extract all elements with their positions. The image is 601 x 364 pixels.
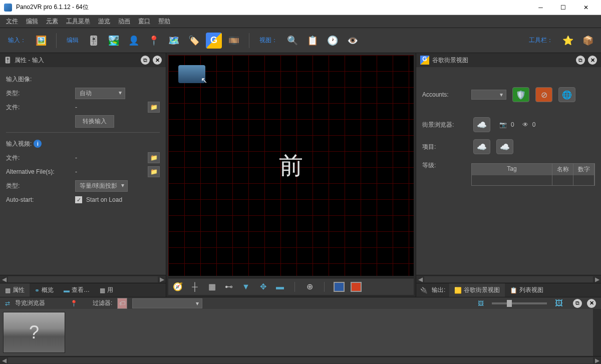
type2-label: 类型: <box>6 182 71 190</box>
menu-element[interactable]: 元素 <box>42 15 62 28</box>
color2-swatch[interactable] <box>351 282 362 292</box>
user-icon[interactable]: 👤 <box>126 33 142 49</box>
tab-overview[interactable]: ⚭概览 <box>30 283 59 297</box>
clock-icon[interactable]: 🕐 <box>325 33 341 49</box>
type2-dropdown[interactable]: 等量/球面投影 <box>75 180 128 192</box>
google-icon[interactable]: G <box>206 33 222 49</box>
main-toolbar: 输入： 🖼️ 编辑 🎚️ 🏞️ 👤 📍 🗺️ 🏷️ G 🎞️ 视图： 🔍 📋 🕐… <box>0 28 601 53</box>
file-value: - <box>75 104 144 111</box>
clipboard-icon[interactable]: 📋 <box>305 33 321 49</box>
output-icon[interactable]: 📦 <box>580 33 596 49</box>
right-hscrollbar[interactable]: ◀▶ <box>416 275 601 283</box>
tag-icon[interactable]: 🏷️ <box>186 33 202 49</box>
altfiles-open-button[interactable]: 📁 <box>148 166 160 177</box>
menu-tools[interactable]: 工具菜单 <box>62 15 94 28</box>
type-dropdown[interactable]: 自动 <box>75 88 125 99</box>
panorama-drop-icon[interactable] <box>178 65 205 83</box>
popout-button[interactable]: ⧉ <box>576 56 585 65</box>
remove-icon[interactable]: ⊘ <box>535 87 552 102</box>
animation-icon[interactable]: 🎞️ <box>226 33 242 49</box>
titlebar: Pano2VR pro 6.1.12 - 64位 ─ ☐ ✕ <box>0 0 601 15</box>
window-title: Pano2VR pro 6.1.12 - 64位 <box>16 3 529 12</box>
cloud-download-icon[interactable]: ☁️ <box>496 139 513 154</box>
popout-button[interactable]: ⧉ <box>573 299 582 308</box>
tag-filter-icon[interactable]: 🏷 <box>117 298 127 309</box>
bottom-hscrollbar[interactable]: ◀▶ <box>0 356 601 364</box>
info-icon[interactable]: i <box>34 140 42 148</box>
filter-label: 过滤器: <box>93 299 112 307</box>
file-open-button[interactable]: 📁 <box>148 102 160 113</box>
panel-close-button[interactable]: ✕ <box>153 56 162 65</box>
close-button[interactable]: ✕ <box>574 0 597 15</box>
tour-vscrollbar[interactable] <box>593 309 601 356</box>
level-table: Tag 名称 数字 <box>471 163 595 186</box>
input-video-label: 输入视频: <box>6 140 32 147</box>
properties-body: 输入图像: 类型: 自动 文件: - 📁 转换输入 输入视频:i 文件: - � <box>0 67 166 275</box>
tab-list[interactable]: 📋列表视图 <box>505 283 548 297</box>
target-icon[interactable]: ⊕ <box>304 281 315 292</box>
map-icon[interactable]: 🗺️ <box>166 33 182 49</box>
th-tag[interactable]: Tag <box>472 164 552 175</box>
crosshair-icon[interactable]: ┼ <box>189 281 200 292</box>
minimize-button[interactable]: ─ <box>529 0 552 15</box>
pano-icon[interactable]: ▬ <box>274 281 285 292</box>
th-name[interactable]: 名称 <box>552 164 573 175</box>
grid-icon[interactable]: ▦ <box>206 281 217 292</box>
filter-dropdown[interactable] <box>132 298 202 308</box>
overview-icon: ⚭ <box>35 287 40 294</box>
toolbar-input-label: 输入： <box>8 36 26 45</box>
maximize-button[interactable]: ☐ <box>552 0 574 15</box>
thumb-large-icon[interactable]: 🖼 <box>555 299 563 308</box>
shield-check-icon[interactable]: 🛡️ <box>512 87 529 102</box>
input-panorama-icon[interactable]: 🖼️ <box>33 33 49 49</box>
autostart-checkbox[interactable]: ✓ <box>75 196 82 203</box>
menu-window[interactable]: 窗口 <box>134 15 154 28</box>
color1-swatch[interactable] <box>334 282 345 292</box>
tab-view[interactable]: ▬查看… <box>59 283 95 297</box>
tour-thumbnail[interactable] <box>3 312 65 353</box>
type-label: 类型: <box>6 89 71 98</box>
popout-button[interactable]: ⧉ <box>141 56 150 65</box>
tab-properties[interactable]: ▦属性 <box>0 283 30 297</box>
menu-anim[interactable]: 动画 <box>114 15 134 28</box>
main-area: 🎚️ 属性 - 输入 ⧉ ✕ 输入图像: 类型: 自动 文件: - 📁 转换输入… <box>0 53 601 297</box>
autostart-label: Auto-start: <box>6 196 71 203</box>
output-label: 输出: <box>432 286 445 294</box>
sliders-icon[interactable]: 🎚️ <box>86 33 102 49</box>
file2-open-button[interactable]: 📁 <box>148 152 160 163</box>
move-icon[interactable]: ✥ <box>257 281 268 292</box>
menu-edit[interactable]: 编辑 <box>22 15 42 28</box>
thumb-small-icon[interactable]: 🖼 <box>478 300 484 307</box>
cloud-upload-icon[interactable]: ☁️ <box>473 139 490 154</box>
separator <box>249 33 249 48</box>
refresh-icon[interactable]: 🌐 <box>558 87 575 102</box>
canvas[interactable]: 前 <box>168 55 414 276</box>
th-num[interactable]: 数字 <box>573 164 594 175</box>
accounts-dropdown[interactable] <box>471 90 506 100</box>
table-row[interactable] <box>472 175 594 185</box>
convert-button[interactable]: 转换输入 <box>75 115 114 128</box>
file-label: 文件: <box>6 103 71 112</box>
compass-icon[interactable]: 🧭 <box>172 281 183 292</box>
tab-gsv[interactable]: 🟨谷歌街景视图 <box>449 283 505 297</box>
menu-help[interactable]: 帮助 <box>154 15 174 28</box>
tab-use[interactable]: ▦用 <box>95 283 118 297</box>
fov-icon[interactable]: ▼ <box>240 281 251 292</box>
binoculars-icon[interactable]: 🔍 <box>284 33 300 49</box>
camera-icon: 📷 <box>499 121 507 128</box>
menu-file[interactable]: 文件 <box>2 15 22 28</box>
panel-close-button[interactable]: ✕ <box>588 56 597 65</box>
menu-tour[interactable]: 游览 <box>94 15 114 28</box>
hotspot-icon[interactable]: 📍 <box>146 33 162 49</box>
left-hscrollbar[interactable]: ◀▶ <box>0 275 166 283</box>
level-icon[interactable]: ⊷ <box>223 281 234 292</box>
pin-icon[interactable]: 📍 <box>70 300 78 307</box>
app-logo-icon <box>4 4 12 12</box>
patch-icon[interactable]: 🏞️ <box>106 33 122 49</box>
skin-icon[interactable]: ⭐ <box>560 33 576 49</box>
thumb-size-slider[interactable] <box>492 302 547 304</box>
properties-header: 🎚️ 属性 - 输入 ⧉ ✕ <box>0 53 166 67</box>
cloud-search-icon[interactable]: ☁️ <box>473 117 490 132</box>
eye-icon[interactable]: 👁️ <box>345 33 361 49</box>
panel-close-button[interactable]: ✕ <box>587 299 596 308</box>
